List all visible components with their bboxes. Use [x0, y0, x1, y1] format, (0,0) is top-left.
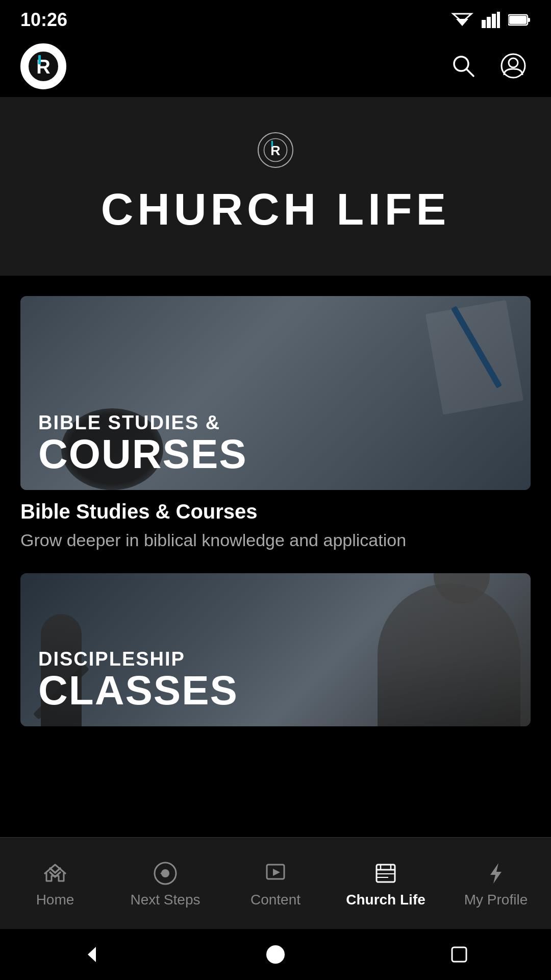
my-profile-icon: [483, 861, 509, 886]
nav-item-church-life[interactable]: Church Life: [331, 859, 441, 908]
discipleship-card[interactable]: DISCIPLESHIP CLASSES: [20, 573, 531, 726]
home-icon: [42, 861, 68, 886]
svg-line-13: [466, 69, 473, 76]
svg-rect-8: [509, 16, 527, 24]
back-icon: [82, 944, 102, 965]
hero-logo-icon: R: [263, 137, 288, 163]
back-button[interactable]: [77, 939, 107, 970]
bible-studies-subtitle: BIBLE STUDIES &: [38, 412, 513, 434]
church-life-icon: [373, 861, 398, 886]
svg-point-31: [266, 945, 285, 964]
bible-studies-image: BIBLE STUDIES & COURSES: [20, 296, 531, 490]
discipleship-image: DISCIPLESHIP CLASSES: [20, 573, 531, 726]
svg-rect-32: [452, 947, 466, 962]
nav-icons: [446, 48, 531, 85]
svg-marker-22: [273, 869, 280, 876]
church-life-nav-icon: [371, 859, 400, 888]
search-icon: [450, 53, 477, 79]
bottom-nav: Home Next Steps Content: [0, 837, 551, 929]
hero-logo: R: [258, 132, 293, 168]
nav-item-content[interactable]: Content: [220, 859, 331, 908]
battery-icon: [508, 14, 531, 26]
recents-icon: [449, 944, 469, 965]
signal-icon: [482, 12, 500, 28]
svg-rect-18: [271, 141, 273, 147]
status-icons: [451, 12, 531, 28]
svg-marker-29: [490, 863, 502, 884]
status-time: 10:26: [20, 9, 67, 31]
discipleship-image-title: CLASSES: [38, 670, 513, 711]
hero-section: R CHURCH LIFE: [0, 97, 551, 276]
nav-item-next-steps[interactable]: Next Steps: [110, 859, 220, 908]
wifi-icon: [451, 12, 473, 28]
svg-marker-30: [88, 947, 96, 962]
svg-rect-11: [38, 55, 41, 64]
search-button[interactable]: [446, 48, 481, 85]
discipleship-subtitle: DISCIPLESHIP: [38, 649, 513, 670]
svg-rect-2: [482, 20, 486, 28]
top-nav: R: [0, 36, 551, 97]
content-nav-icon: [261, 859, 290, 888]
home-nav-icon: [41, 859, 69, 888]
profile-button[interactable]: [496, 48, 531, 85]
status-bar: 10:26: [0, 0, 551, 36]
my-profile-nav-icon: [482, 859, 510, 888]
svg-rect-7: [528, 18, 530, 22]
my-profile-nav-label: My Profile: [464, 892, 528, 908]
next-steps-icon: [153, 861, 178, 886]
home-circle-icon: [265, 944, 286, 965]
nav-item-my-profile[interactable]: My Profile: [441, 859, 551, 908]
bible-studies-card[interactable]: BIBLE STUDIES & COURSES Bible Studies & …: [20, 296, 531, 553]
church-life-nav-label: Church Life: [346, 892, 425, 908]
home-nav-label: Home: [36, 892, 74, 908]
next-steps-nav-label: Next Steps: [131, 892, 201, 908]
r-logo-icon: R: [28, 51, 59, 82]
top-logo[interactable]: R: [20, 43, 66, 89]
recents-button[interactable]: [444, 939, 474, 970]
home-button[interactable]: [260, 939, 291, 970]
content-area: BIBLE STUDIES & COURSES Bible Studies & …: [0, 276, 551, 837]
nav-item-home[interactable]: Home: [0, 859, 110, 908]
bible-studies-image-text: BIBLE STUDIES & COURSES: [20, 397, 531, 490]
content-icon: [263, 861, 288, 886]
bible-studies-desc: Grow deeper in biblical knowledge and ap…: [20, 528, 531, 553]
next-steps-nav-icon: [151, 859, 180, 888]
hero-title: CHURCH LIFE: [101, 183, 450, 235]
svg-rect-3: [487, 17, 491, 28]
system-nav: [0, 929, 551, 980]
bible-studies-title: Bible Studies & Courses: [20, 500, 531, 523]
svg-rect-5: [497, 12, 500, 28]
svg-rect-4: [492, 14, 496, 28]
discipleship-image-text: DISCIPLESHIP CLASSES: [20, 633, 531, 726]
content-nav-label: Content: [251, 892, 300, 908]
user-icon: [500, 53, 527, 79]
svg-point-15: [509, 58, 518, 67]
bible-studies-image-title: COURSES: [38, 434, 513, 475]
